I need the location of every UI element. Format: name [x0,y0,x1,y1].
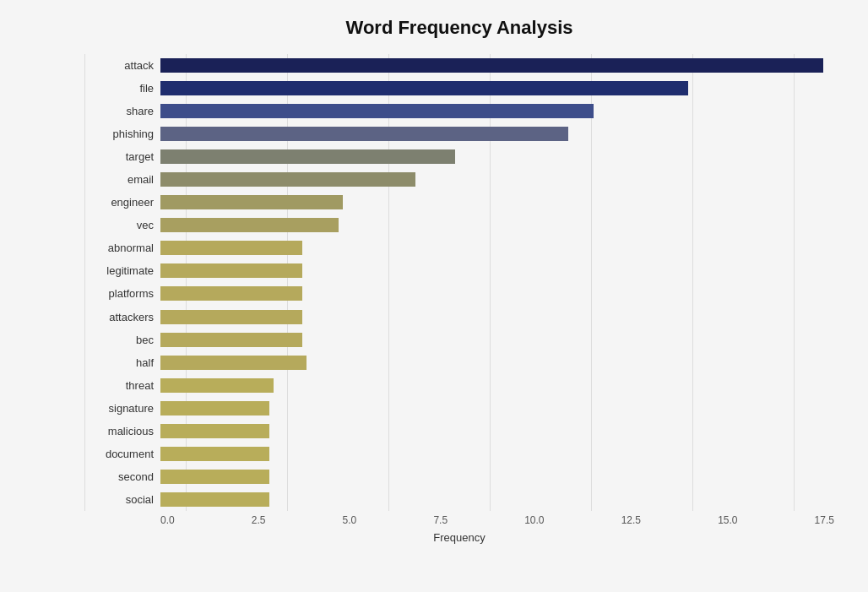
bar-track [160,145,834,168]
bar-fill [160,492,269,507]
bar-track [160,168,834,191]
chart-title: Word Frequency Analysis [84,17,834,39]
bar-track [160,77,834,100]
x-tick-label: 17.5 [815,514,834,526]
bar-track [160,122,834,145]
bar-label: attackers [84,306,160,329]
bar-track [160,397,834,420]
bar-track [160,259,834,282]
bar-label: second [84,465,160,488]
bar-fill [160,127,568,141]
bar-label: target [84,145,160,168]
bar-label: signature [84,397,160,420]
x-tick-label: 0.0 [160,514,175,526]
bar-label: email [84,168,160,191]
x-tick-label: 7.5 [433,514,448,526]
bar-fill [160,195,343,209]
bar-label: abnormal [84,236,160,259]
bar-track [160,54,834,77]
bar-fill [160,263,302,278]
bar-track [160,306,834,329]
bar-fill [160,104,594,118]
bar-label: attack [84,54,160,77]
bar-track [160,443,834,465]
bar-fill [160,424,269,438]
bar-track [160,329,834,351]
bar-fill [160,447,269,461]
bar-label: social [84,488,160,511]
bar-label: platforms [84,282,160,305]
bar-track [160,282,834,305]
x-tick-label: 15.0 [718,514,737,526]
bar-label: malicious [84,420,160,443]
bar-label: file [84,77,160,100]
bar-label: phishing [84,122,160,145]
bar-label: share [84,100,160,122]
bar-label: half [84,351,160,374]
bar-track [160,488,834,511]
bar-fill [160,310,302,324]
bar-track [160,191,834,214]
bar-track [160,465,834,488]
x-tick-label: 12.5 [621,514,641,526]
bar-label: vec [84,214,160,236]
bar-track [160,100,834,122]
bar-fill [160,470,269,484]
bars-wrapper: attackfilesharephishingtargetemailengine… [84,54,834,511]
x-axis-label: Frequency [84,531,834,544]
bar-label: threat [84,374,160,397]
x-tick-label: 2.5 [252,514,266,526]
x-tick-label: 5.0 [343,514,357,526]
bar-fill [160,401,269,415]
bar-track [160,420,834,443]
bar-label: bec [84,329,160,351]
x-axis: 0.02.55.07.510.012.515.017.5 [84,514,834,526]
x-tick-label: 10.0 [524,514,544,526]
bar-track [160,236,834,259]
bar-track [160,351,834,374]
bar-fill [160,172,415,187]
bar-label: engineer [84,191,160,214]
bar-fill [160,241,302,255]
bar-fill [160,333,302,347]
bar-track [160,374,834,397]
chart-area: attackfilesharephishingtargetemailengine… [84,54,834,544]
bar-fill [160,356,307,370]
bar-label: document [84,443,160,465]
bar-fill [160,58,823,73]
bar-fill [160,286,302,301]
bar-fill [160,81,688,95]
bar-label: legitimate [84,259,160,282]
bar-fill [160,218,339,232]
bar-track [160,214,834,236]
chart-container: Word Frequency Analysis attackfilesharep… [0,0,868,592]
bar-fill [160,149,455,164]
bar-fill [160,378,274,393]
